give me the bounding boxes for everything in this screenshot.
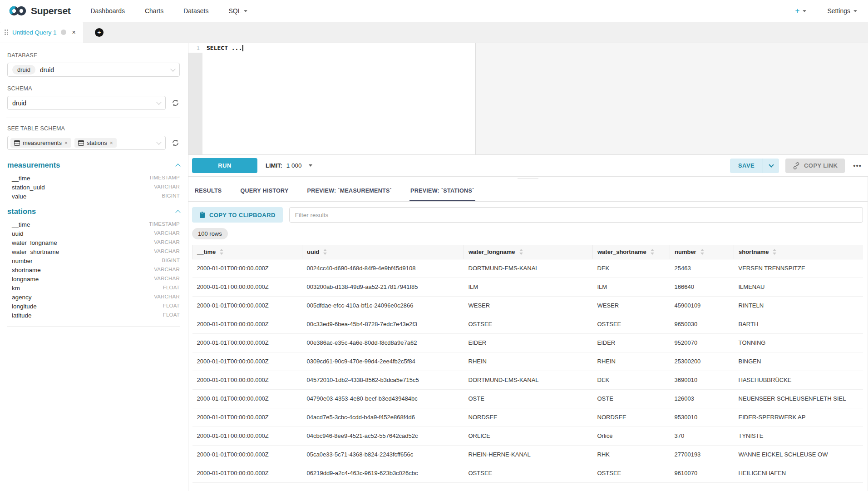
table-row[interactable]: 2000-01-01T00:00:00.000Z 00c33ed9-6bea-4… [192, 315, 863, 334]
column-header[interactable]: __time [192, 245, 302, 259]
column-name: agency [12, 294, 32, 301]
table-tag[interactable]: stations × [74, 138, 117, 148]
table-name[interactable]: measurements [7, 161, 60, 169]
cell-uuid: 00c33ed9-6bea-45b4-8728-7edc7e43e2f3 [302, 315, 464, 334]
editor-toolbar: RUN LIMIT: 1 000 SAVE [188, 155, 868, 177]
limit-dropdown[interactable]: LIMIT: 1 000 [266, 162, 312, 169]
sort-icon[interactable] [220, 249, 223, 255]
sort-icon[interactable] [773, 249, 776, 255]
copy-to-clipboard-button[interactable]: COPY TO CLIPBOARD [192, 207, 283, 223]
cell-number: 3690010 [670, 371, 734, 390]
text-cursor [242, 45, 243, 51]
table-row[interactable]: 2000-01-01T00:00:00.000Z 04790e03-4353-4… [192, 390, 863, 408]
column-header[interactable]: uuid [302, 245, 464, 259]
caret-down-icon [309, 164, 312, 167]
superset-brand[interactable]: Superset [9, 5, 70, 16]
column-header-label: __time [197, 248, 216, 255]
nav-menu-item[interactable]: Dashboards [90, 7, 125, 15]
remove-tag-icon[interactable]: × [110, 140, 113, 146]
refresh-schema-icon[interactable] [171, 99, 180, 107]
results-tab[interactable]: RESULTS [194, 182, 223, 201]
nav-menu-item[interactable]: SQL [228, 7, 247, 15]
column-header[interactable]: water_longname [464, 245, 593, 259]
splitter-handle[interactable] [518, 179, 538, 181]
run-button[interactable]: RUN [192, 158, 257, 173]
table-row[interactable]: 2000-01-01T00:00:00.000Z 04acd7e5-3cbc-4… [192, 408, 863, 427]
nav-menu-item[interactable]: Datasets [183, 7, 208, 15]
column-type: VARCHAR [154, 294, 180, 301]
column-row: longname VARCHAR [7, 274, 180, 283]
copy-link-label: COPY LINK [804, 162, 838, 169]
filter-results-input[interactable] [289, 207, 863, 223]
nav-menu-item[interactable]: Charts [145, 7, 163, 15]
new-item-menu[interactable]: + [795, 6, 806, 15]
collapse-icon[interactable] [175, 210, 180, 215]
cell-water-shortname: OSTSEE [593, 315, 670, 334]
sort-icon[interactable] [700, 249, 704, 255]
add-tab-button[interactable]: + [95, 28, 104, 37]
sql-editor[interactable]: 1 SELECT ... [188, 43, 868, 155]
table-row[interactable]: 2000-01-01T00:00:00.000Z 05ca0e33-5c71-4… [192, 446, 863, 464]
chevron-down-icon [170, 66, 175, 71]
table-name[interactable]: stations [7, 207, 36, 216]
column-name: station_uuid [12, 184, 45, 191]
column-type: BIGINT [162, 258, 180, 264]
column-name: number [12, 258, 33, 264]
close-tab-icon[interactable]: × [70, 29, 76, 36]
settings-menu[interactable]: Settings [827, 7, 857, 15]
copy-to-clipboard-label: COPY TO CLIPBOARD [209, 212, 276, 218]
cell-shortname: BARTH [734, 315, 863, 334]
results-tabs: RESULTS QUERY HISTORY PREVIEW: `MEASUREM… [188, 182, 868, 202]
column-name: __time [12, 175, 30, 182]
table-row[interactable]: 2000-01-01T00:00:00.000Z 005dfdae-efcc-4… [192, 297, 863, 315]
table-row[interactable]: 2000-01-01T00:00:00.000Z 003200ab-d138-4… [192, 278, 863, 297]
results-panel: RESULTS QUERY HISTORY PREVIEW: `MEASUREM… [188, 177, 868, 491]
column-header[interactable]: number [670, 245, 734, 259]
results-tab[interactable]: QUERY HISTORY [240, 182, 290, 201]
table-row[interactable]: 2000-01-01T00:00:00.000Z 0309cd61-90c9-4… [192, 352, 863, 371]
sort-icon[interactable] [323, 249, 327, 255]
database-select[interactable]: druid druid [7, 63, 180, 77]
save-menu-button[interactable] [763, 159, 779, 173]
cell-number: 9530010 [670, 408, 734, 427]
table-tag-label: measurements [23, 139, 62, 146]
save-button[interactable]: SAVE [730, 159, 763, 173]
code-area[interactable]: SELECT ... [202, 43, 475, 154]
table-row[interactable]: 2000-01-01T00:00:00.000Z 04572010-1db2-4… [192, 371, 863, 390]
remove-tag-icon[interactable]: × [64, 140, 68, 146]
column-header[interactable]: shortname [734, 245, 863, 259]
cell-time: 2000-01-01T00:00:00.000Z [192, 464, 302, 483]
results-tab[interactable]: PREVIEW: `STATIONS` [409, 182, 475, 201]
table-row[interactable]: 2000-01-01T00:00:00.000Z 04cbc946-8ee9-4… [192, 427, 863, 446]
drag-handle-icon[interactable] [5, 30, 8, 35]
cell-shortname: RINTELN [734, 297, 863, 315]
column-name: __time [12, 221, 30, 228]
table-tag[interactable]: measurements × [10, 138, 71, 148]
column-name: value [12, 193, 26, 200]
table-select[interactable]: measurements × [7, 136, 166, 150]
nav-menu-item-label: SQL [228, 7, 241, 15]
copy-link-button[interactable]: COPY LINK [785, 159, 845, 173]
cell-shortname: TÖNNING [734, 334, 863, 352]
more-menu-icon[interactable]: ••• [851, 162, 863, 169]
refresh-tables-icon[interactable] [171, 139, 180, 147]
results-tab[interactable]: PREVIEW: `MEASUREMENTS` [306, 182, 393, 201]
cell-water-shortname: ILM [593, 278, 670, 297]
table-tags: measurements × [10, 138, 117, 148]
settings-label: Settings [827, 7, 850, 15]
column-header[interactable]: water_shortname [593, 245, 670, 259]
table-row[interactable]: 2000-01-01T00:00:00.000Z 06219dd9-a2c4-4… [192, 464, 863, 483]
column-row: uuid VARCHAR [7, 229, 180, 238]
cell-time: 2000-01-01T00:00:00.000Z [192, 297, 302, 315]
column-row: water_longname VARCHAR [7, 238, 180, 247]
code-pane[interactable]: 1 SELECT ... [188, 43, 476, 154]
query-tab[interactable]: Untitled Query 1 × [0, 22, 83, 43]
nav-menu-item-label: Charts [145, 7, 163, 15]
schema-select[interactable]: druid [7, 96, 166, 110]
sort-icon[interactable] [651, 249, 654, 255]
cell-shortname: NEUENSEER SCHLEUSENFLETH SIEL [734, 390, 863, 408]
collapse-icon[interactable] [175, 164, 180, 169]
sort-icon[interactable] [519, 249, 523, 255]
table-row[interactable]: 2000-01-01T00:00:00.000Z 00e386ac-e35c-4… [192, 334, 863, 352]
table-row[interactable]: 2000-01-01T00:00:00.000Z 0024cc40-d690-4… [192, 259, 863, 278]
